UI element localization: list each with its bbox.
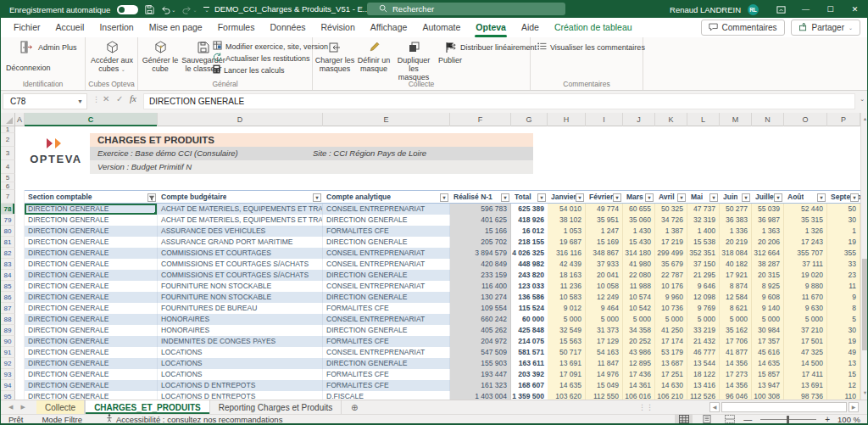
tab-revision[interactable]: Révision bbox=[314, 18, 363, 37]
cell[interactable]: 37 111 bbox=[784, 259, 827, 270]
cell[interactable]: 17 243 bbox=[784, 237, 827, 248]
cell[interactable]: DIRECTION GENERALE bbox=[25, 292, 158, 303]
cell[interactable]: 9 bbox=[827, 292, 860, 303]
cell-a7[interactable] bbox=[15, 190, 25, 204]
cell[interactable]: DIRECTION GENERALE bbox=[323, 215, 450, 226]
cell[interactable]: 50 bbox=[827, 204, 860, 215]
cell[interactable]: 32 319 bbox=[687, 215, 720, 226]
cell[interactable]: 20 252 bbox=[623, 336, 655, 347]
cell[interactable]: 15 538 bbox=[687, 237, 720, 248]
cell[interactable]: 16 012 bbox=[511, 226, 548, 237]
cell[interactable]: 318 084 bbox=[720, 248, 752, 259]
redo-icon[interactable]: ⌄ bbox=[182, 5, 197, 14]
cell[interactable]: 123 033 bbox=[511, 281, 548, 292]
cell[interactable]: 9 464 bbox=[586, 303, 623, 314]
cell[interactable]: 12 098 bbox=[687, 292, 720, 303]
cell[interactable]: CONSEIL ENTREPRENARIAT bbox=[323, 347, 450, 358]
cell[interactable]: FOURNITURES DE BUREAU bbox=[158, 303, 323, 314]
cell[interactable] bbox=[15, 336, 25, 347]
cell[interactable]: 34 358 bbox=[623, 325, 655, 336]
cell[interactable]: DIRECTION GENERALE bbox=[25, 325, 158, 336]
cell[interactable]: 17 174 bbox=[655, 336, 687, 347]
cell[interactable]: 163 611 bbox=[511, 358, 548, 369]
cell[interactable]: DIRECTION GENERALE bbox=[25, 314, 158, 325]
column-header-l[interactable]: L bbox=[687, 113, 720, 126]
cell[interactable]: 10 176 bbox=[655, 281, 687, 292]
cancel-icon[interactable]: ✕ bbox=[103, 94, 109, 103]
cell[interactable]: 625 389 bbox=[511, 204, 548, 215]
table-header-juillet[interactable]: Juillet▾ bbox=[752, 190, 784, 204]
cell[interactable]: 15 169 bbox=[586, 237, 623, 248]
formula-bar-expand-chevron[interactable]: ⌄ bbox=[860, 96, 865, 103]
cell[interactable]: 5 000 bbox=[655, 314, 687, 325]
filter-dropdown-icon-realise-n-1[interactable]: ▾ bbox=[501, 193, 509, 202]
cell[interactable]: CONSEIL ENTREPRENARIAT bbox=[323, 259, 450, 270]
view-normal-button[interactable] bbox=[675, 414, 693, 425]
access-cubes-button[interactable]: Accéder aux cubes ⌄ bbox=[86, 40, 138, 74]
cell[interactable]: 18 122 bbox=[687, 369, 720, 380]
cell[interactable]: 204 972 bbox=[450, 336, 511, 347]
cell[interactable]: 18 163 bbox=[548, 270, 586, 281]
cell[interactable]: DIRECTION GENERALE bbox=[25, 248, 158, 259]
cell[interactable]: FORMALITES CFE bbox=[323, 380, 450, 391]
cell[interactable]: 10 574 bbox=[623, 292, 655, 303]
refresh-restitutions-button[interactable]: Actualiser les restitutions bbox=[213, 53, 310, 64]
tab-donnees[interactable]: Données bbox=[262, 18, 313, 37]
cell[interactable] bbox=[15, 215, 25, 226]
cell[interactable]: 596 783 bbox=[450, 204, 511, 215]
cell[interactable]: 10 058 bbox=[586, 281, 623, 292]
column-header-d[interactable]: D bbox=[158, 113, 323, 126]
accessibility-status[interactable]: Accessibilité : consultez nos recommanda… bbox=[106, 414, 282, 424]
cell[interactable]: DIRECTION GENERALE bbox=[25, 226, 158, 237]
undo-icon[interactable]: ⌄ bbox=[161, 5, 175, 14]
cell[interactable]: ACHAT DE MATERIELS, EQUIPEMENTS ET TRAVA… bbox=[158, 215, 323, 226]
cell[interactable]: ASSURANCE GRAND PORT MARITIME bbox=[158, 237, 323, 248]
cell[interactable]: 1 403 004 bbox=[450, 391, 511, 400]
tab-aide[interactable]: Aide bbox=[514, 18, 547, 37]
cell[interactable]: HONORAIRES bbox=[158, 325, 323, 336]
filter-dropdown-icon-total[interactable]: ▾ bbox=[537, 193, 546, 202]
cell[interactable]: 60 000 bbox=[511, 314, 548, 325]
table-header-avril[interactable]: Avril▾ bbox=[655, 190, 687, 204]
cell[interactable]: 37 150 bbox=[687, 259, 720, 270]
cell[interactable]: 15 430 bbox=[623, 237, 655, 248]
cell[interactable]: ACHAT DE MATERIELS, EQUIPEMENTS ET TRAVA… bbox=[158, 204, 323, 215]
row-header-4[interactable]: 4 bbox=[1, 160, 15, 174]
vertical-scrollbar[interactable]: ▲ ▼ bbox=[860, 113, 868, 400]
cell[interactable] bbox=[15, 248, 25, 259]
cell[interactable]: 8 925 bbox=[752, 281, 784, 292]
cell[interactable]: CONSEIL ENTREPRENARIAT bbox=[323, 314, 450, 325]
row-header-78[interactable]: 78 bbox=[1, 204, 15, 215]
cell[interactable]: 30 bbox=[827, 325, 860, 336]
cell[interactable]: 214 075 bbox=[511, 336, 548, 347]
tab-fichier[interactable]: Fichier bbox=[6, 18, 48, 37]
cell[interactable]: 19 bbox=[827, 237, 860, 248]
cell[interactable]: ASSURANCE DES VEHICULES bbox=[158, 226, 323, 237]
filter-dropdown-icon-mars[interactable]: ▾ bbox=[645, 193, 654, 202]
name-box[interactable]: C78 ▼ bbox=[3, 93, 87, 109]
cell[interactable]: 12 bbox=[827, 380, 860, 391]
filter-dropdown-icon-juillet[interactable]: ▾ bbox=[774, 193, 782, 202]
sheet-tab-charges-et-produits[interactable]: CHARGES_ET_PRODUITS bbox=[85, 400, 210, 414]
row-header-82[interactable]: 82 bbox=[1, 248, 15, 259]
new-sheet-button[interactable]: ⊕ bbox=[342, 400, 367, 414]
cell[interactable]: 42 439 bbox=[548, 259, 586, 270]
cell[interactable]: 41 877 bbox=[720, 347, 752, 358]
column-header-o[interactable]: O bbox=[784, 113, 827, 126]
filter-dropdown-icon-avril[interactable]: ▾ bbox=[677, 193, 686, 202]
cell[interactable]: DIRECTION GENERALE bbox=[25, 391, 158, 400]
cell[interactable]: 35 951 bbox=[586, 215, 623, 226]
cell[interactable]: 115 524 bbox=[511, 303, 548, 314]
enter-icon[interactable]: ✓ bbox=[116, 94, 123, 103]
cell[interactable]: 9 630 bbox=[784, 303, 827, 314]
cell[interactable] bbox=[15, 270, 25, 281]
cell[interactable]: 13 416 bbox=[687, 380, 720, 391]
minimize-button[interactable]: — bbox=[793, 1, 818, 18]
cell[interactable]: 581 571 bbox=[511, 347, 548, 358]
cell[interactable]: 13 544 bbox=[687, 358, 720, 369]
row-header-88[interactable]: 88 bbox=[1, 314, 15, 325]
cell[interactable]: 20 219 bbox=[720, 237, 752, 248]
cell[interactable]: DIRECTION GENERALE bbox=[25, 237, 158, 248]
cell[interactable]: 9 012 bbox=[548, 303, 586, 314]
zoom-level[interactable]: 100 % bbox=[835, 415, 860, 424]
